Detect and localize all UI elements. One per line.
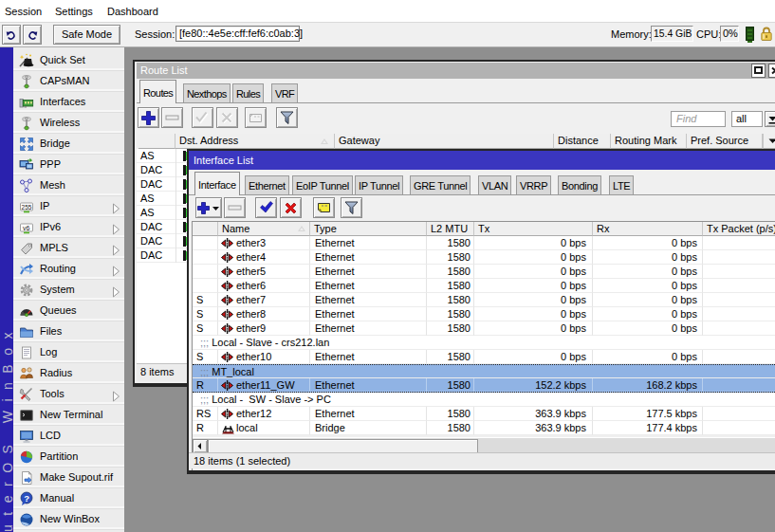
svg-text:255: 255	[22, 204, 32, 211]
svg-text:?: ?	[24, 493, 29, 504]
svg-text:v6: v6	[23, 225, 30, 231]
